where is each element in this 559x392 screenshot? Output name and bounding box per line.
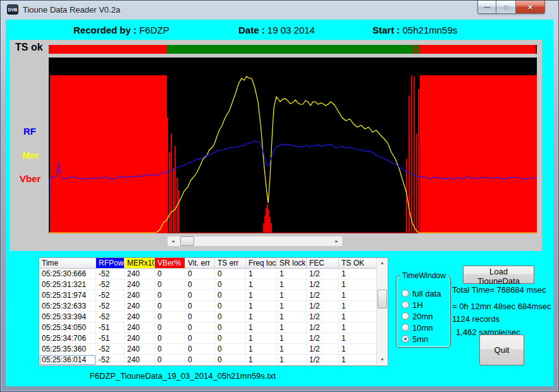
table-cell[interactable]: 1 xyxy=(246,355,277,365)
table-cell[interactable]: 1 xyxy=(246,301,277,312)
table-cell[interactable]: 0 xyxy=(155,312,185,322)
table-cell[interactable]: 240 xyxy=(125,344,155,355)
minimize-button[interactable]: — xyxy=(477,1,496,14)
table-cell[interactable]: 0 xyxy=(215,279,246,290)
table-cell[interactable]: 0 xyxy=(185,312,215,322)
radio-button-icon[interactable] xyxy=(402,335,409,343)
table-cell[interactable]: 0 xyxy=(185,333,215,344)
plot-horizontal-scrollbar[interactable]: ◄ ► xyxy=(167,236,343,247)
grid-scrollbar-thumb[interactable] xyxy=(378,290,387,309)
table-cell[interactable]: 0 xyxy=(155,269,185,279)
table-cell[interactable]: 0 xyxy=(155,301,185,312)
table-cell[interactable]: 05:25:34:050 xyxy=(39,322,96,333)
table-cell[interactable]: 1 xyxy=(277,301,307,312)
table-cell[interactable]: 0 xyxy=(215,290,246,301)
table-cell[interactable]: 1 xyxy=(339,279,376,290)
table-cell[interactable]: 1 xyxy=(339,269,376,279)
close-button[interactable]: ✕ xyxy=(515,1,545,14)
table-cell[interactable]: 0 xyxy=(215,322,246,333)
quit-button[interactable]: Quit xyxy=(479,334,524,365)
table-cell[interactable]: 0 xyxy=(185,344,215,355)
table-cell[interactable]: 1 xyxy=(246,279,277,290)
table-cell[interactable]: 0 xyxy=(155,355,185,365)
table-cell[interactable]: -52 xyxy=(96,290,125,301)
table-cell[interactable]: 1/2 xyxy=(307,333,339,344)
table-cell[interactable]: 1/2 xyxy=(307,279,339,290)
table-cell[interactable]: 1 xyxy=(339,322,376,333)
table-cell[interactable]: 1 xyxy=(339,333,376,344)
table-cell[interactable]: -51 xyxy=(96,322,125,333)
title-bar[interactable]: DVB Tioune Data Reader V0.2a — □ ✕ xyxy=(1,1,558,20)
table-cell[interactable]: 05:25:34:706 xyxy=(39,333,96,344)
table-cell[interactable]: 05:25:35:360 xyxy=(39,344,96,355)
scrollbar-thumb[interactable] xyxy=(180,236,194,246)
table-cell[interactable]: 1/2 xyxy=(307,344,339,355)
table-cell[interactable]: 05:25:30:666 xyxy=(39,269,96,279)
table-cell[interactable]: 240 xyxy=(125,322,155,333)
table-cell[interactable]: 05:25:31:321 xyxy=(39,279,96,290)
table-cell[interactable]: -52 xyxy=(96,301,125,312)
table-cell[interactable]: 1 xyxy=(339,355,376,365)
table-cell[interactable]: 1 xyxy=(246,333,277,344)
table-cell[interactable]: 0 xyxy=(185,301,215,312)
time-window-option-10mn[interactable]: 10mn xyxy=(402,323,433,332)
grid-vertical-scrollbar[interactable]: ▲ ▼ xyxy=(376,258,388,365)
table-cell[interactable]: -52 xyxy=(96,269,125,279)
table-cell[interactable]: 1 xyxy=(246,322,277,333)
table-cell[interactable]: 240 xyxy=(125,269,155,279)
scroll-up-icon[interactable]: ▲ xyxy=(377,258,388,269)
table-cell[interactable]: 0 xyxy=(215,301,246,312)
table-cell[interactable]: 240 xyxy=(125,355,155,365)
table-cell[interactable]: 1 xyxy=(277,322,307,333)
table-cell[interactable]: 1 xyxy=(277,269,307,279)
table-cell[interactable]: 1 xyxy=(277,290,307,301)
radio-button-icon[interactable] xyxy=(402,301,409,309)
table-cell[interactable]: 1 xyxy=(277,355,307,365)
table-cell[interactable]: 1 xyxy=(277,279,307,290)
radio-button-icon[interactable] xyxy=(402,312,409,320)
table-cell[interactable]: 1/2 xyxy=(307,269,339,279)
maximize-button[interactable]: □ xyxy=(496,1,515,14)
table-cell[interactable]: 05:25:36:014 xyxy=(39,355,96,365)
table-cell[interactable]: 1/2 xyxy=(307,322,339,333)
time-window-option-1H[interactable]: 1H xyxy=(402,300,423,309)
table-cell[interactable]: 1 xyxy=(277,344,307,355)
scroll-left-icon[interactable]: ◄ xyxy=(168,236,178,246)
table-cell[interactable]: 1 xyxy=(246,344,277,355)
table-cell[interactable]: 1 xyxy=(246,312,277,322)
table-cell[interactable]: 240 xyxy=(125,312,155,322)
table-cell[interactable]: 0 xyxy=(215,312,246,322)
table-cell[interactable]: 1/2 xyxy=(307,301,339,312)
table-cell[interactable]: 1 xyxy=(277,333,307,344)
table-cell[interactable]: 0 xyxy=(155,344,185,355)
table-cell[interactable]: 1 xyxy=(246,290,277,301)
table-cell[interactable]: 0 xyxy=(215,333,246,344)
table-cell[interactable]: 05:25:31:974 xyxy=(39,290,96,301)
table-cell[interactable]: 0 xyxy=(155,322,185,333)
table-cell[interactable]: 1 xyxy=(339,312,376,322)
scroll-right-icon[interactable]: ► xyxy=(331,236,342,246)
table-cell[interactable]: 240 xyxy=(125,290,155,301)
table-cell[interactable]: 0 xyxy=(185,279,215,290)
table-cell[interactable]: 1 xyxy=(339,301,376,312)
table-cell[interactable]: 1 xyxy=(339,344,376,355)
radio-button-icon[interactable] xyxy=(402,290,409,297)
table-cell[interactable]: 05:25:32:633 xyxy=(39,301,96,312)
table-cell[interactable]: 1/2 xyxy=(307,312,339,322)
table-cell[interactable]: -52 xyxy=(96,344,125,355)
time-window-option-5mn[interactable]: 5mn xyxy=(402,334,428,343)
load-tiounedata-button[interactable]: Load TiouneData xyxy=(463,266,534,284)
table-cell[interactable]: 1/2 xyxy=(307,290,339,301)
table-cell[interactable]: 0 xyxy=(185,355,215,365)
time-window-option-20mn[interactable]: 20mn xyxy=(402,312,433,321)
table-cell[interactable]: 05:25:33:394 xyxy=(39,312,96,322)
table-cell[interactable]: 1 xyxy=(246,269,277,279)
table-cell[interactable]: 0 xyxy=(155,279,185,290)
scrollbar-track[interactable] xyxy=(178,236,331,246)
table-cell[interactable]: 0 xyxy=(215,269,246,279)
time-window-option-full-data[interactable]: full data xyxy=(402,289,441,298)
table-cell[interactable]: 0 xyxy=(215,344,246,355)
table-cell[interactable]: 240 xyxy=(125,333,155,344)
table-cell[interactable]: 1 xyxy=(339,290,376,301)
table-cell[interactable]: -52 xyxy=(96,279,125,290)
